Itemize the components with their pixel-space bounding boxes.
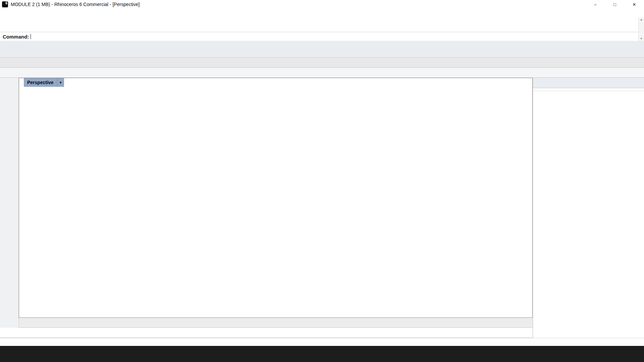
osnap-bar	[0, 328, 533, 338]
viewport-tab-bar	[19, 318, 533, 328]
toolbar-tab-bar	[0, 58, 644, 68]
perspective-viewport[interactable]: Perspective ▼	[19, 78, 533, 318]
maximize-button[interactable]: □	[605, 0, 625, 9]
minimize-button[interactable]: –	[586, 0, 605, 9]
menu-bar	[0, 9, 644, 18]
windows-taskbar	[0, 346, 644, 362]
title-bar: 6 MODULE 2 (1 MB) - Rhinoceros 6 Commerc…	[0, 0, 644, 9]
command-prompt-label: Command:	[3, 34, 29, 40]
viewport-title-tab[interactable]: Perspective ▼	[24, 78, 64, 87]
properties-panel	[533, 78, 644, 338]
rhino-window: 6 MODULE 2 (1 MB) - Rhinoceros 6 Commerc…	[0, 0, 644, 362]
scroll-up-icon[interactable]: ▲	[640, 18, 643, 21]
rhino-app-icon: 6	[2, 1, 8, 7]
command-line[interactable]: Command:	[0, 32, 638, 41]
close-button[interactable]: ✕	[625, 0, 644, 9]
text-cursor	[31, 34, 31, 39]
left-tool-palette	[0, 78, 19, 328]
status-bar	[0, 338, 644, 346]
standard-toolbar	[0, 68, 644, 78]
viewport-title-label: Perspective	[24, 80, 57, 85]
scroll-down-icon[interactable]: ▼	[640, 37, 643, 40]
command-history[interactable]	[0, 17, 644, 32]
viewport-menu-chevron-icon[interactable]: ▼	[57, 78, 64, 87]
command-history-scrollbar[interactable]: ▲▼	[638, 17, 644, 41]
properties-toolbar	[533, 88, 644, 91]
selection-filter-bar	[0, 41, 644, 58]
panel-tab-bar	[533, 78, 644, 88]
window-title: MODULE 2 (1 MB) - Rhinoceros 6 Commercia…	[11, 2, 140, 7]
